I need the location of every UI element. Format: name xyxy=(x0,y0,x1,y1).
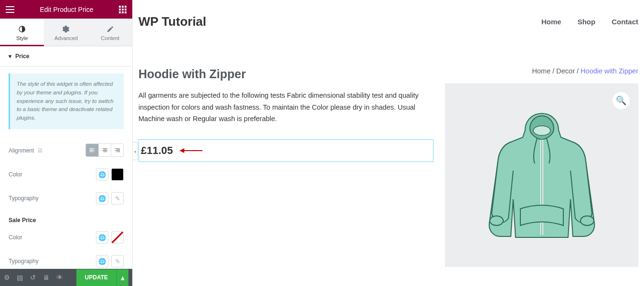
breadcrumb-current: Hoodie with Zipper xyxy=(581,67,638,75)
product-price-widget[interactable]: £11.05 xyxy=(138,139,433,162)
sale-typography-label: Typography xyxy=(9,258,39,265)
preview-icon[interactable]: 👁 xyxy=(56,273,63,282)
nav-shop[interactable]: Shop xyxy=(578,18,596,26)
sale-price-subheader: Sale Price xyxy=(9,210,124,225)
typography-edit-button[interactable]: ✎ xyxy=(111,192,124,204)
product-title: Hoodie with Zipper xyxy=(138,67,433,81)
align-center-button[interactable] xyxy=(98,144,111,156)
color-global-button[interactable]: 🌐 xyxy=(96,168,108,181)
sale-color-swatch[interactable] xyxy=(111,231,124,244)
svg-marker-2 xyxy=(179,148,184,153)
align-left-button[interactable] xyxy=(86,144,98,156)
typography-label: Typography xyxy=(9,195,39,202)
caret-down-icon: ▾ xyxy=(9,53,11,60)
panel-title: Edit Product Price xyxy=(14,6,119,13)
product-price: £11.05 xyxy=(141,144,173,157)
tab-content[interactable]: Content xyxy=(88,19,132,46)
update-caret-button[interactable]: ▴ xyxy=(116,269,128,286)
breadcrumb: Home / Decor / Hoodie with Zipper xyxy=(445,67,638,75)
collapse-panel-button[interactable]: ◂ xyxy=(133,142,138,160)
tab-advanced[interactable]: Advanced xyxy=(44,19,88,46)
product-image: 🔍 xyxy=(445,83,638,267)
color-label: Color xyxy=(9,171,22,178)
breadcrumb-home[interactable]: Home xyxy=(532,67,551,75)
zoom-icon[interactable]: 🔍 xyxy=(612,92,630,109)
update-button[interactable]: UPDATE xyxy=(76,269,116,286)
device-icon[interactable]: 🖥 xyxy=(37,147,43,154)
svg-point-6 xyxy=(490,216,503,225)
sale-color-label: Color xyxy=(9,234,22,241)
hoodie-illustration xyxy=(470,104,613,247)
svg-point-7 xyxy=(581,216,594,225)
breadcrumb-decor[interactable]: Decor xyxy=(556,67,575,75)
settings-icon[interactable]: ⚙ xyxy=(4,273,10,282)
apps-icon[interactable] xyxy=(119,6,127,13)
sale-typography-global-button[interactable]: 🌐 xyxy=(96,255,108,267)
tab-label: Style xyxy=(16,35,28,41)
sale-color-global-button[interactable]: 🌐 xyxy=(96,231,108,244)
style-notice: The style of this widget is often affect… xyxy=(9,73,124,129)
svg-point-3 xyxy=(533,126,550,135)
sale-typography-edit-button[interactable]: ✎ xyxy=(111,255,124,267)
navigator-icon[interactable]: ▤ xyxy=(17,273,23,282)
nav-contact[interactable]: Contact xyxy=(612,18,638,26)
alignment-label: Alignment🖥 xyxy=(9,147,43,154)
annotation-arrow-icon xyxy=(179,147,202,154)
tab-style[interactable]: Style xyxy=(0,19,44,46)
nav-home[interactable]: Home xyxy=(541,18,561,26)
section-price-header[interactable]: ▾ Price xyxy=(0,46,132,67)
product-description: All garments are subjected to the follow… xyxy=(138,90,425,125)
alignment-control xyxy=(85,143,124,157)
align-right-button[interactable] xyxy=(111,144,123,156)
section-title: Price xyxy=(15,53,29,60)
responsive-icon[interactable]: 🖥 xyxy=(43,273,50,282)
color-swatch[interactable] xyxy=(111,168,124,181)
site-brand: WP Tutorial xyxy=(138,14,206,29)
menu-icon[interactable] xyxy=(6,6,14,13)
tab-label: Advanced xyxy=(54,35,78,41)
typography-global-button[interactable]: 🌐 xyxy=(96,192,108,204)
history-icon[interactable]: ↺ xyxy=(30,273,36,282)
tab-label: Content xyxy=(101,35,120,41)
